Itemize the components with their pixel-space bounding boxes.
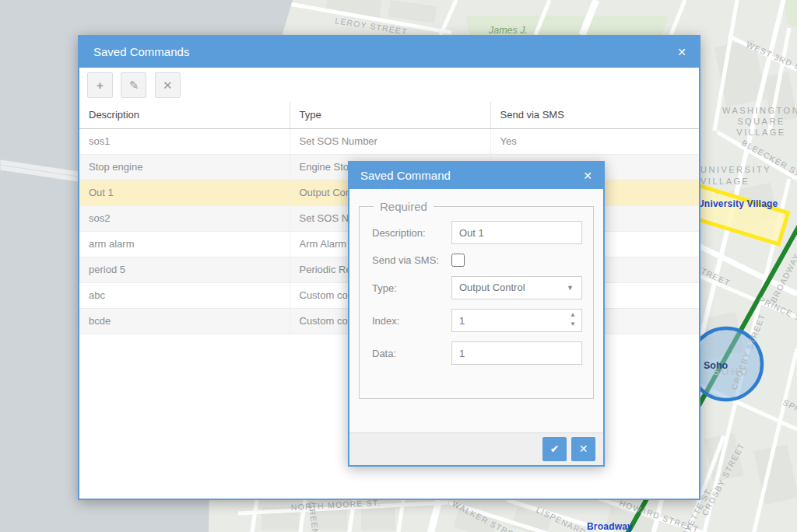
required-fieldset: Required Description: Send via SMS: Type… (359, 200, 594, 399)
delete-command-button[interactable]: ✕ (155, 72, 181, 98)
poi-label: Soho (704, 360, 729, 371)
column-send-via-sms[interactable]: Send via SMS (490, 102, 699, 128)
edit-command-button[interactable]: ✎ (121, 72, 146, 98)
close-icon[interactable]: ✕ (583, 163, 592, 189)
required-legend: Required (374, 200, 434, 213)
spinner-down-icon[interactable]: ▼ (570, 320, 576, 329)
saved-commands-header[interactable]: Saved Commands ✕ (79, 37, 699, 68)
cell-description: arm alarm (79, 231, 290, 257)
description-row: Description: (372, 221, 587, 244)
close-icon: ✕ (579, 443, 588, 455)
type-label: Type: (372, 282, 451, 294)
area-label: UNIVERSITY (700, 165, 771, 174)
saved-command-header[interactable]: Saved Command ✕ (349, 163, 603, 189)
type-row: Type: Output Control ▼ (372, 276, 587, 299)
spinner-up-icon[interactable]: ▲ (570, 310, 576, 320)
saved-command-body: Required Description: Send via SMS: Type… (349, 189, 603, 432)
data-input[interactable] (451, 341, 582, 365)
area-label: VILLAGE (700, 177, 750, 186)
cell-description: bcde (79, 308, 290, 334)
pencil-icon: ✎ (129, 79, 139, 92)
table-header-row: Description Type Send via SMS (79, 102, 699, 128)
cell-description: period 5 (79, 257, 290, 282)
column-type[interactable]: Type (290, 102, 490, 128)
cell-description: sos2 (79, 205, 290, 231)
column-description[interactable]: Description (79, 102, 290, 128)
commands-toolbar: + ✎ ✕ (79, 68, 699, 102)
cancel-button[interactable]: ✕ (571, 437, 595, 461)
poi-label: Broadway (587, 521, 633, 532)
area-label: WASHINGTON (722, 106, 797, 115)
type-select[interactable]: Output Control ▼ (451, 276, 582, 299)
send-via-sms-checkbox[interactable] (451, 254, 465, 267)
index-input[interactable] (451, 309, 582, 332)
send-via-sms-label: Send via SMS: (372, 254, 451, 266)
area-label: SQUARE (737, 117, 785, 126)
saved-command-dialog: Saved Command ✕ Required Description: Se… (348, 161, 605, 467)
confirm-button[interactable]: ✔ (542, 437, 567, 461)
index-label: Index: (372, 315, 451, 327)
cell-description: Stop engine (79, 154, 290, 180)
add-command-button[interactable]: + (87, 72, 113, 98)
cross-icon: ✕ (163, 79, 173, 92)
saved-command-footer: ✔ ✕ (349, 432, 603, 465)
send-via-sms-row: Send via SMS: (372, 254, 587, 267)
description-label: Description: (372, 227, 451, 239)
chevron-down-icon: ▼ (567, 277, 574, 299)
poi-label: University Village (697, 198, 778, 209)
area-label: VILLAGE (736, 128, 785, 137)
plus-icon: + (97, 79, 104, 92)
cell-sms: Yes (490, 128, 699, 154)
index-stepper: ▲ ▼ (451, 309, 582, 332)
index-row: Index: ▲ ▼ (372, 309, 587, 332)
table-row[interactable]: sos1Set SOS NumberYes (79, 128, 699, 154)
saved-commands-title: Saved Commands (93, 45, 189, 58)
park-label: James J. (488, 25, 528, 36)
type-select-value: Output Control (459, 282, 525, 293)
cell-description: sos1 (79, 128, 290, 154)
check-icon: ✔ (550, 443, 560, 455)
cell-type: Set SOS Number (290, 128, 490, 154)
cell-description: abc (79, 282, 290, 308)
data-label: Data: (372, 348, 451, 359)
data-row: Data: (372, 341, 587, 365)
description-input[interactable] (451, 221, 582, 244)
close-icon[interactable]: ✕ (677, 37, 686, 68)
saved-command-title: Saved Command (360, 169, 451, 182)
cell-description: Out 1 (79, 180, 290, 205)
